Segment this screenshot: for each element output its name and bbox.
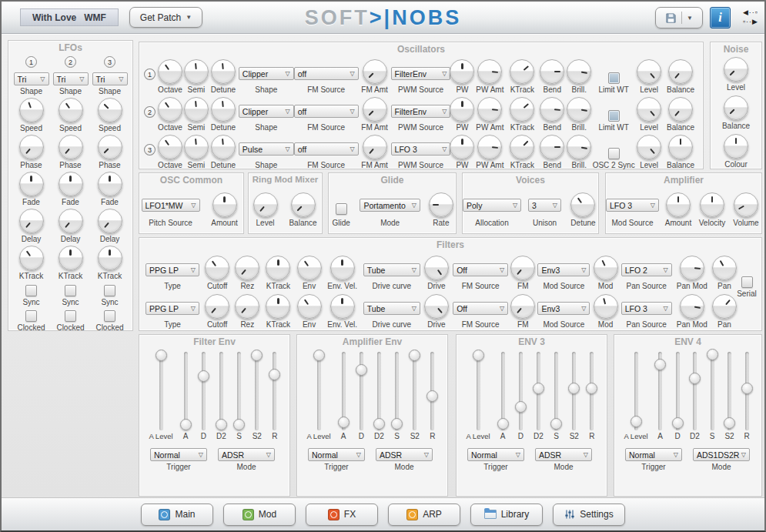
filter1-rez-knob[interactable] [235, 256, 259, 280]
osc1-pw-knob[interactable] [450, 59, 474, 84]
pitch-amount-knob[interactable] [212, 192, 237, 217]
lfo2-clocked-checkbox[interactable] [65, 310, 76, 322]
osc2-pwm-source-select[interactable]: FilterEnv▽ [391, 105, 451, 118]
tab-arp[interactable]: ARP [388, 504, 460, 526]
osc1-pw-amt-knob[interactable] [477, 59, 502, 84]
osc1-fm-source-select[interactable]: off▽ [294, 67, 359, 80]
trigger-select[interactable]: Normal▽ [308, 448, 365, 461]
osc3-semi-knob[interactable] [184, 135, 209, 159]
voices-detune-knob[interactable] [570, 192, 595, 217]
noise-balance-knob[interactable] [724, 95, 748, 120]
filter1-cutoff-knob[interactable] [205, 256, 229, 280]
amp-mod-source-select[interactable]: LFO 3▽ [606, 199, 659, 212]
ringmod-balance-knob[interactable] [291, 192, 316, 217]
osc1-pwm-source-select[interactable]: FilterEnv▽ [391, 67, 451, 80]
lfo1-speed-knob[interactable] [19, 98, 44, 122]
osc3-pw-amt-knob[interactable] [477, 135, 502, 159]
slider-thumb[interactable] [216, 419, 227, 430]
mode-select[interactable]: ADSR▽ [218, 448, 275, 461]
filter2-fm-knob[interactable] [510, 294, 535, 319]
filter2-fm-source-select[interactable]: Off▽ [453, 302, 508, 315]
glide-rate-knob[interactable] [429, 192, 453, 217]
osc2-shape-select[interactable]: Clipper▽ [239, 105, 294, 118]
filter1-drive-curve-select[interactable]: Tube▽ [363, 263, 420, 276]
osc1-octave-knob[interactable] [158, 59, 182, 84]
glide-checkbox[interactable] [336, 203, 347, 215]
amp-volume-knob[interactable] [734, 192, 758, 217]
filter2-mod-source-select[interactable]: Env3▽ [537, 302, 590, 315]
unison-select[interactable]: 3▽ [528, 199, 561, 212]
ringmod-level-knob[interactable] [253, 192, 278, 217]
slider-thumb[interactable] [741, 383, 753, 394]
tab-mod[interactable]: Mod [223, 504, 296, 526]
osc2-pw-amt-knob[interactable] [477, 97, 502, 122]
osc2-level-knob[interactable] [637, 97, 661, 122]
slider-thumb[interactable] [251, 350, 263, 361]
filter2-ktrack-knob[interactable] [266, 294, 290, 319]
mode-select[interactable]: ADSR▽ [535, 448, 592, 461]
mode-select[interactable]: ADS1DS2R▽ [693, 448, 750, 461]
info-button[interactable]: i [710, 7, 731, 28]
osc3-pw-knob[interactable] [450, 135, 474, 159]
trigger-select[interactable]: Normal▽ [625, 448, 682, 461]
slider-thumb[interactable] [198, 370, 209, 382]
slider-thumb[interactable] [313, 350, 325, 361]
osc2-brill-knob[interactable] [567, 97, 591, 122]
osc3-detune-knob[interactable] [211, 135, 236, 159]
slider-thumb[interactable] [473, 350, 484, 361]
slider-thumb[interactable] [409, 350, 420, 361]
osc3-brill-knob[interactable] [567, 135, 591, 159]
osc1-semi-knob[interactable] [184, 59, 209, 84]
osc2-fm-source-select[interactable]: off▽ [294, 105, 359, 118]
filter2-env-vel-knob[interactable] [330, 294, 355, 319]
slider-thumb[interactable] [426, 390, 438, 402]
osc3-pwm-source-select[interactable]: LFO 3▽ [391, 142, 451, 156]
lfo3-delay-knob[interactable] [98, 209, 122, 233]
slider-thumb[interactable] [338, 417, 350, 428]
osc1-limit-wt-checkbox[interactable] [608, 72, 620, 84]
lfo1-phase-knob[interactable] [19, 135, 44, 159]
lfo3-fade-knob[interactable] [98, 172, 122, 196]
osc2-detune-knob[interactable] [211, 97, 236, 122]
filter2-pan-knob[interactable] [712, 294, 737, 319]
slider-thumb[interactable] [156, 350, 167, 361]
lfo2-speed-knob[interactable] [59, 98, 83, 122]
osc3-level-knob[interactable] [637, 135, 661, 159]
filter1-type-select[interactable]: PPG LP▽ [146, 263, 199, 276]
osc2-semi-knob[interactable] [184, 97, 209, 122]
slider-thumb[interactable] [689, 373, 701, 384]
slider-thumb[interactable] [515, 401, 527, 413]
osc2-octave-knob[interactable] [158, 97, 182, 122]
filter2-drive-knob[interactable] [424, 294, 449, 319]
filter1-env-vel-knob[interactable] [330, 256, 355, 280]
slider-thumb[interactable] [533, 383, 544, 394]
slider-thumb[interactable] [550, 418, 562, 430]
filter1-fm-knob[interactable] [510, 256, 535, 280]
tab-settings[interactable]: Settings [553, 504, 625, 526]
slider-thumb[interactable] [391, 418, 403, 430]
osc3-octave-knob[interactable] [158, 135, 182, 159]
pitch-source-select[interactable]: LFO1*MW▽ [142, 199, 200, 212]
slider-thumb[interactable] [497, 418, 509, 430]
slider-thumb[interactable] [707, 349, 718, 360]
slider-thumb[interactable] [654, 359, 666, 370]
lfo2-fade-knob[interactable] [59, 172, 83, 196]
lfo3-shape-select[interactable]: Tri▽ [92, 72, 128, 85]
filter1-mod-source-select[interactable]: Env3▽ [537, 263, 590, 276]
filter1-pan-source-select[interactable]: LFO 2▽ [621, 263, 672, 276]
filter1-drive-knob[interactable] [424, 256, 449, 280]
slider-thumb[interactable] [269, 369, 280, 380]
noise-level-knob[interactable] [724, 57, 748, 82]
lfo2-ktrack-knob[interactable] [59, 246, 83, 270]
slider-thumb[interactable] [631, 416, 642, 427]
glide-mode-select[interactable]: Portamento▽ [360, 199, 420, 212]
osc3-shape-select[interactable]: Pulse▽ [239, 142, 294, 156]
osc2-pw-knob[interactable] [450, 97, 474, 122]
osc1-ktrack-knob[interactable] [510, 59, 534, 84]
lfo1-sync-checkbox[interactable] [25, 285, 37, 296]
lfo2-sync-checkbox[interactable] [65, 285, 76, 296]
lfo3-speed-knob[interactable] [98, 98, 122, 122]
filter2-pan-mod-knob[interactable] [680, 294, 704, 319]
lfo1-fade-knob[interactable] [19, 172, 44, 196]
slider-thumb[interactable] [356, 364, 367, 376]
